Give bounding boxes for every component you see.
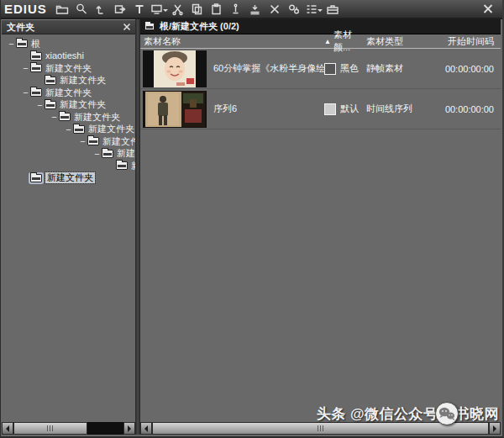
create-title-icon[interactable]	[130, 1, 150, 17]
scrollbar-track[interactable]	[87, 422, 123, 435]
clip-type: 时间线序列	[366, 103, 420, 115]
tree-item-label: xiaotieshi	[45, 50, 84, 61]
wechat-logo-icon	[434, 401, 459, 426]
folder-icon	[16, 40, 28, 48]
paste-icon[interactable]	[207, 1, 227, 17]
watermark-prefix: 头条 @微信公众号	[317, 404, 438, 424]
color-swatch	[324, 103, 336, 115]
search-icon[interactable]	[72, 1, 92, 17]
tree-item[interactable]: − 新建文件夹	[2, 99, 135, 112]
add-to-timeline-icon[interactable]	[246, 1, 265, 17]
collapse-icon[interactable]: −	[50, 113, 59, 121]
arrow-left-icon	[141, 425, 148, 432]
folder-icon	[116, 161, 128, 170]
clip-timecode: 00:00:00:00	[420, 64, 501, 74]
arrow-left-icon	[3, 425, 9, 432]
app-title: EDIUS	[1, 2, 53, 16]
close-window-icon[interactable]	[478, 1, 497, 17]
folder-icon	[102, 150, 113, 158]
tree-item[interactable]: − 新建文件夹	[2, 148, 135, 161]
folder-icon	[45, 101, 56, 109]
collapse-icon[interactable]: −	[35, 101, 45, 109]
column-header-timecode[interactable]: 开始时间码	[420, 35, 501, 48]
add-to-player-icon[interactable]	[150, 1, 169, 17]
folder-panel-hscrollbar	[2, 422, 135, 435]
folder-tree: − 根 xiaotieshi − 新建文件夹 新建文件夹 −	[2, 34, 135, 422]
bin-panel: 根/新建文件夹 (0/2) 素材名称 ▲ 素材颜... 素材类型 开始时间码	[140, 19, 501, 435]
view-mode-icon[interactable]	[304, 1, 323, 17]
clip-name-cell: 60分钟掌握《水粉半身像绘...	[140, 50, 324, 88]
collapse-icon[interactable]: −	[21, 64, 30, 72]
scrollbar-thumb[interactable]	[13, 422, 87, 435]
delete-icon[interactable]	[265, 1, 285, 17]
toolbox-icon[interactable]	[323, 1, 343, 17]
folder-panel: 文件夹 − 根 xiaotieshi − 新建文件夹	[2, 19, 135, 435]
scroll-left-button[interactable]	[140, 422, 152, 435]
titlebar: EDIUS	[1, 0, 502, 19]
tree-item[interactable]: 新建文件夹	[2, 75, 135, 87]
folder-icon	[144, 23, 155, 30]
capture-icon[interactable]	[111, 1, 130, 17]
tree-item-label: 新建文件夹	[60, 75, 106, 86]
scroll-right-button[interactable]	[123, 422, 135, 435]
properties-icon[interactable]	[285, 1, 304, 17]
column-header-color[interactable]: ▲ 素材颜...	[324, 29, 366, 54]
arrow-right-icon	[128, 425, 134, 432]
clip-color-name: 默认	[340, 103, 359, 115]
collapse-icon[interactable]: −	[21, 88, 30, 97]
column-header-name[interactable]: 素材名称	[140, 35, 324, 48]
tree-item-label: 新建文件夹	[45, 63, 92, 74]
column-header-color-label: 素材颜...	[333, 29, 366, 54]
clip-name-cell: 序列6	[140, 90, 324, 129]
collapse-icon[interactable]: −	[7, 40, 16, 48]
folder-icon	[30, 52, 42, 61]
collapse-icon[interactable]: −	[64, 125, 73, 134]
clip-color-name: 黑色	[340, 62, 359, 75]
tree-item[interactable]: − 新建文件夹	[2, 135, 135, 148]
collapse-icon[interactable]: −	[78, 137, 87, 145]
bin-path-label: 根/新建文件夹 (0/2)	[160, 20, 239, 33]
folder-icon	[59, 113, 71, 121]
collapse-icon[interactable]: −	[92, 150, 102, 158]
set-point-icon[interactable]	[227, 1, 246, 17]
column-header-type[interactable]: 素材类型	[366, 35, 420, 48]
clip-color-cell: 黑色	[324, 62, 366, 75]
watermark-suffix: 书晓网	[455, 404, 500, 424]
scroll-left-button[interactable]	[2, 422, 13, 435]
tree-item[interactable]: − 新建文件夹	[2, 111, 135, 124]
tree-item[interactable]: xiaotieshi	[2, 50, 135, 63]
tree-item-label: 新建文件夹	[45, 172, 95, 183]
bin-path-bar: 根/新建文件夹 (0/2)	[140, 19, 501, 34]
copy-icon[interactable]	[188, 1, 207, 17]
tree-item[interactable]: − 新建文件夹	[2, 62, 135, 75]
folder-icon	[30, 64, 42, 72]
folder-icon	[30, 88, 42, 97]
clip-row[interactable]: 60分钟掌握《水粉半身像绘... 黑色 静帧素材 00:00:00:00	[140, 49, 501, 89]
close-panel-icon[interactable]	[123, 23, 131, 31]
move-up-icon[interactable]	[92, 1, 111, 17]
clip-row[interactable]: 序列6 默认 时间线序列 00:00:00:00	[140, 89, 501, 129]
tree-item[interactable]: − 新建文件夹	[2, 124, 135, 136]
sort-ascending-icon: ▲	[324, 38, 331, 45]
tree-item-root[interactable]: − 根	[2, 38, 135, 50]
tree-item-label: 新建文件夹	[102, 136, 135, 147]
folder-icon	[30, 174, 42, 182]
folder-panel-title: 文件夹	[2, 21, 123, 34]
color-swatch	[324, 63, 336, 75]
clip-thumbnail	[143, 50, 207, 87]
chevron-down-icon	[163, 9, 168, 14]
folder-panel-header: 文件夹	[2, 19, 135, 34]
cut-icon[interactable]	[169, 1, 188, 17]
tree-item[interactable]: 新建文件夹	[2, 160, 135, 172]
tree-item-selected[interactable]: 新建文件夹	[2, 172, 135, 185]
clip-type: 静帧素材	[366, 62, 420, 75]
tree-item-label: 新建文件夹	[45, 87, 92, 98]
bin-folder-icon[interactable]	[53, 1, 72, 17]
clip-thumbnail	[143, 91, 207, 128]
folder-icon	[45, 77, 56, 85]
clip-timecode: 00:00:00:00	[420, 104, 501, 114]
clip-name: 序列6	[213, 103, 237, 115]
chevron-down-icon	[318, 9, 323, 14]
tree-item[interactable]: − 新建文件夹	[2, 87, 135, 99]
tree-item-label: 新建文件夹	[60, 99, 106, 110]
